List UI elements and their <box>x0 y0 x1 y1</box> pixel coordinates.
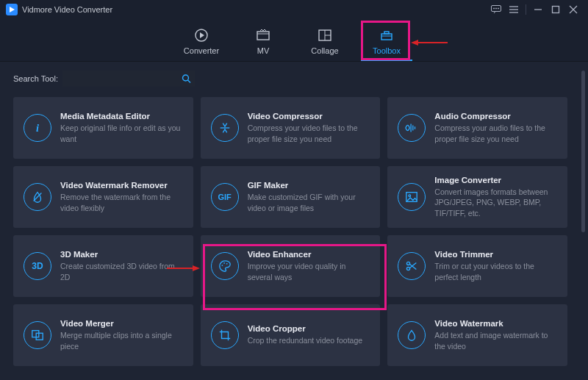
compress-v-icon <box>211 114 239 142</box>
search-row: Search Tool: <box>13 71 575 87</box>
droplet-slash-icon <box>24 183 51 211</box>
tool-card-video-watermark[interactable]: Video WatermarkAdd text and image waterm… <box>387 304 567 366</box>
scrollbar[interactable] <box>581 71 585 291</box>
tool-title: Audio Compressor <box>434 112 557 121</box>
tool-desc: Compress your audio files to the proper … <box>434 123 557 143</box>
tab-toolbox[interactable]: Toolbox <box>361 27 412 61</box>
tab-mv[interactable]: MV <box>237 27 289 61</box>
crop-icon <box>211 321 239 349</box>
titlebar-divider <box>526 4 526 15</box>
annotation-arrow-toolbox <box>411 40 448 46</box>
collage-icon <box>299 27 351 43</box>
tool-card-audio-compressor[interactable]: Audio CompressorCompress your audio file… <box>387 97 567 159</box>
svg-rect-40 <box>36 333 43 340</box>
tool-desc: Merge multiple clips into a single piece <box>60 330 183 351</box>
tool-card-image-converter[interactable]: Image ConverterConvert images formats be… <box>387 166 567 228</box>
svg-rect-20 <box>384 32 389 34</box>
tab-collage[interactable]: Collage <box>299 27 351 61</box>
tool-card-3d-maker[interactable]: 3D3D MakerCreate customized 3D video fro… <box>13 235 193 297</box>
image-icon <box>398 183 426 211</box>
tool-card-video-compressor[interactable]: Video CompressorCompress your video file… <box>201 97 381 159</box>
svg-marker-13 <box>200 32 204 38</box>
tool-title: GIF Maker <box>248 181 370 190</box>
tool-card-media-metadata-editor[interactable]: iMedia Metadata EditorKeep original file… <box>13 97 193 159</box>
svg-marker-42 <box>411 40 418 46</box>
minimize-button[interactable] <box>529 1 547 18</box>
merge-icon <box>24 321 51 349</box>
tool-card-video-merger[interactable]: Video MergerMerge multiple clips into a … <box>13 304 193 366</box>
search-input[interactable] <box>62 71 195 87</box>
gif-icon: GIF <box>211 183 239 211</box>
info-icon: i <box>24 114 51 142</box>
tool-desc: Compress your video files to the proper … <box>248 123 370 143</box>
tool-card-video-trimmer[interactable]: Video TrimmerTrim or cut your videos to … <box>387 235 567 297</box>
svg-point-3 <box>495 8 496 9</box>
tool-title: Video Merger <box>60 319 183 328</box>
tab-label: MV <box>237 46 289 55</box>
tool-desc: Create customized 3D video from 2D <box>60 261 183 282</box>
tool-card-video-enhancer[interactable]: Video EnhancerImprove your video quality… <box>201 235 381 297</box>
svg-marker-0 <box>10 7 15 12</box>
svg-rect-14 <box>257 32 269 40</box>
palette-icon <box>211 252 239 280</box>
tool-title: 3D Maker <box>60 250 183 259</box>
tool-desc: Make customized GIF with your video or i… <box>248 192 370 212</box>
tool-title: Video Watermark Remover <box>60 181 183 190</box>
app-logo-icon <box>6 4 18 15</box>
toolbox-icon <box>361 27 412 43</box>
tool-desc: Convert images formats between JPG/JPEG,… <box>434 187 557 218</box>
svg-point-32 <box>221 265 223 266</box>
svg-text:i: i <box>36 122 39 134</box>
tool-title: Video Watermark <box>434 319 557 328</box>
tool-title: Video Cropper <box>248 324 362 333</box>
scrollbar-thumb[interactable] <box>581 71 585 232</box>
converter-icon <box>176 27 227 43</box>
svg-rect-19 <box>381 34 392 40</box>
tool-title: Video Enhancer <box>248 250 370 259</box>
tool-desc: Crop the redundant video footage <box>248 335 362 345</box>
app-title: Vidmore Video Converter <box>22 5 112 14</box>
tool-desc: Remove the watermark from the video flex… <box>60 192 183 212</box>
tab-label: Toolbox <box>361 46 412 55</box>
svg-point-34 <box>226 263 227 265</box>
tab-label: Collage <box>299 46 351 55</box>
maximize-button[interactable] <box>547 1 564 18</box>
droplet-icon <box>398 321 426 349</box>
svg-point-4 <box>498 8 498 9</box>
tool-title: Media Metadata Editor <box>60 112 183 121</box>
tool-desc: Trim or cut your videos to the perfect l… <box>434 261 557 282</box>
svg-point-33 <box>223 262 225 264</box>
menu-icon[interactable] <box>505 1 523 18</box>
svg-rect-9 <box>553 7 559 13</box>
content-area: Search Tool: iMedia Metadata EditorKeep … <box>0 62 588 380</box>
tool-card-gif-maker[interactable]: GIFGIF MakerMake customized GIF with you… <box>201 166 381 228</box>
tool-title: Video Compressor <box>248 112 370 121</box>
annotation-arrow-video-enhancer <box>167 265 200 271</box>
tab-label: Converter <box>176 46 227 55</box>
tool-desc: Improve your video quality in several wa… <box>248 261 370 282</box>
compress-a-icon <box>398 114 426 142</box>
scissors-icon <box>398 252 426 280</box>
svg-rect-39 <box>32 331 39 337</box>
tool-desc: Keep original file info or edit as you w… <box>60 123 183 143</box>
tool-title: Image Converter <box>434 176 557 184</box>
svg-marker-44 <box>193 265 200 271</box>
tool-title: Video Trimmer <box>434 250 557 259</box>
svg-point-31 <box>409 195 411 197</box>
tool-card-video-cropper[interactable]: Video CropperCrop the redundant video fo… <box>201 304 381 366</box>
tool-desc: Add text and image watermark to the vide… <box>434 330 557 351</box>
titlebar: Vidmore Video Converter <box>0 0 588 19</box>
tool-grid: iMedia Metadata EditorKeep original file… <box>13 97 575 366</box>
close-button[interactable] <box>564 1 582 18</box>
tool-card-video-watermark-remover[interactable]: Video Watermark RemoverRemove the waterm… <box>13 166 193 228</box>
3d-icon: 3D <box>24 252 51 280</box>
feedback-icon[interactable] <box>487 1 505 18</box>
app-window: Vidmore Video Converter Converter <box>0 0 588 380</box>
svg-point-2 <box>493 8 494 9</box>
mv-icon <box>237 27 289 43</box>
search-label: Search Tool: <box>13 74 58 83</box>
top-nav: Converter MV Collage Toolbox <box>0 19 588 62</box>
tab-converter[interactable]: Converter <box>176 27 227 61</box>
